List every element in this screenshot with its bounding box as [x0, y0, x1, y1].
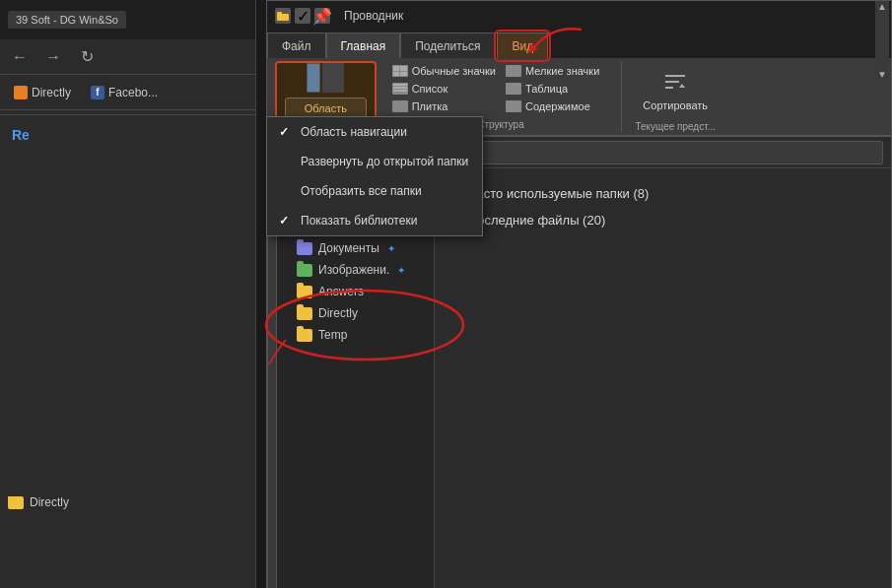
tab-home[interactable]: Главная — [326, 33, 401, 58]
dropdown-expand-label: Развернуть до открытой папки — [301, 155, 468, 168]
small-icons-icon — [506, 65, 521, 77]
pictures-pin-icon: ✦ — [397, 265, 405, 276]
documents-label: Документы — [318, 241, 379, 255]
directly-favicon — [14, 86, 28, 99]
browser-bookmarks: Directly f Facebo... — [0, 75, 255, 110]
window-title: Проводник — [344, 9, 403, 23]
dropdown-show-all-label: Отобразить все папки — [301, 184, 422, 198]
directly-folder-icon — [297, 307, 312, 320]
file-area: ► Часто используемые папки (8) ► Последн… — [435, 168, 891, 588]
svg-marker-8 — [679, 84, 685, 88]
section-frequent[interactable]: ► Часто используемые папки (8) — [450, 180, 875, 207]
check-titlebar-icon: ✓ — [295, 8, 310, 24]
directly-navpane-label: Directly — [318, 306, 358, 320]
bookmark-facebook[interactable]: f Facebo... — [85, 83, 164, 102]
dropdown-show-libs-label: Показать библиотеки — [301, 214, 417, 228]
tab-view[interactable]: Вид — [497, 33, 548, 58]
sort-button[interactable]: Сортировать — [634, 61, 717, 116]
nav-temp[interactable]: Temp — [277, 324, 434, 346]
btn-small-icons[interactable]: Мелкие значки — [502, 63, 613, 79]
ribbon-scrollbar: ▲ ▼ — [875, 1, 889, 80]
nav-pane-big-icon — [306, 63, 345, 93]
directly-nav-label: Directly — [30, 495, 69, 509]
dropdown-nav-pane[interactable]: ✓ Область навигации — [267, 117, 482, 147]
back-button[interactable]: ← — [8, 48, 32, 66]
frequent-title: Часто используемые папки (8) — [468, 186, 649, 201]
temp-folder-icon — [297, 329, 312, 342]
answers-folder-icon — [297, 286, 312, 298]
directly-folder-icon — [8, 496, 24, 509]
recent-title: Последние файлы (20) — [468, 213, 605, 228]
btn-large-icons[interactable]: Обычные значки — [388, 63, 500, 79]
nav-pictures[interactable]: Изображени. ✦ — [277, 259, 434, 281]
forward-button[interactable]: → — [41, 48, 65, 66]
ribbon-tabs: Файл Главная Поделиться Вид — [267, 31, 891, 58]
section-recent[interactable]: ► Последние файлы (20) — [450, 207, 875, 233]
structure-label: Структура — [477, 119, 523, 130]
svg-rect-4 — [308, 64, 319, 92]
browser-tab[interactable]: 39 Soft - DG Win&So — [8, 11, 126, 29]
pictures-folder-icon — [297, 264, 312, 277]
temp-label: Temp — [318, 328, 347, 342]
btn-tile[interactable]: Плитка — [388, 98, 500, 114]
content-icon — [506, 100, 521, 112]
answers-label: Answers — [318, 285, 364, 298]
nav-directly[interactable]: Directly — [277, 302, 434, 324]
titlebar-icons: ✓ 📌 — [275, 8, 330, 24]
table-icon — [506, 83, 521, 95]
title-bar: ✓ 📌 Проводник — [267, 1, 891, 31]
pin-titlebar-icon: 📌 — [314, 8, 330, 24]
dropdown-nav-pane-label: Область навигации — [301, 125, 407, 139]
facebook-label: Facebo... — [108, 86, 158, 99]
svg-rect-1 — [277, 12, 282, 15]
browser-nav-bar: ← → ↻ — [0, 39, 255, 75]
directly-label: Directly — [32, 86, 71, 99]
documents-pin-icon: ✦ — [387, 243, 395, 254]
current-view-label: Текущее предст... — [635, 121, 716, 132]
svg-rect-3 — [322, 63, 344, 93]
documents-folder-icon — [297, 242, 312, 255]
nav-documents[interactable]: Документы ✦ — [277, 237, 434, 259]
btn-content[interactable]: Содержимое — [502, 98, 613, 114]
pictures-label: Изображени. — [318, 263, 389, 277]
btn-list[interactable]: Список — [388, 81, 500, 97]
ribbon-group-sort: Сортировать Текущее предст... — [626, 61, 724, 132]
nav-directly-item[interactable]: Directly — [8, 495, 69, 509]
left-browser-panel: 39 Soft - DG Win&So ← → ↻ Directly f Fac… — [0, 0, 256, 588]
reload-button[interactable]: ↻ — [75, 47, 99, 66]
sort-icon — [655, 66, 695, 98]
dropdown-expand-open[interactable]: Развернуть до открытой папки — [267, 147, 482, 176]
folder-titlebar-icon — [275, 8, 291, 24]
re-button[interactable]: Re — [8, 123, 247, 147]
tile-icon — [392, 100, 408, 112]
large-icons-icon — [392, 65, 408, 77]
list-icon — [392, 83, 408, 95]
nav-answers[interactable]: Answers — [277, 281, 434, 302]
dropdown-show-all[interactable]: Отобразить все папки — [267, 176, 482, 206]
tab-file[interactable]: Файл — [267, 33, 326, 58]
tab-share[interactable]: Поделиться — [400, 33, 495, 58]
check-nav-pane-icon: ✓ — [279, 125, 293, 139]
bookmark-directly[interactable]: Directly — [8, 83, 77, 102]
layout-buttons-grid: Обычные значки Мелкие значки Список — [388, 63, 614, 114]
check-show-libs-icon: ✓ — [279, 214, 293, 228]
dropdown-show-libs[interactable]: ✓ Показать библиотеки — [267, 206, 482, 235]
dropdown-menu: ✓ Область навигации Развернуть до открыт… — [266, 116, 483, 236]
facebook-favicon: f — [91, 86, 104, 99]
btn-table[interactable]: Таблица — [502, 81, 613, 97]
explorer-window: ✓ 📌 Проводник Файл Главная Поделиться Ви… — [266, 0, 892, 588]
browser-header: 39 Soft - DG Win&So — [0, 0, 255, 39]
svg-rect-0 — [277, 14, 289, 21]
